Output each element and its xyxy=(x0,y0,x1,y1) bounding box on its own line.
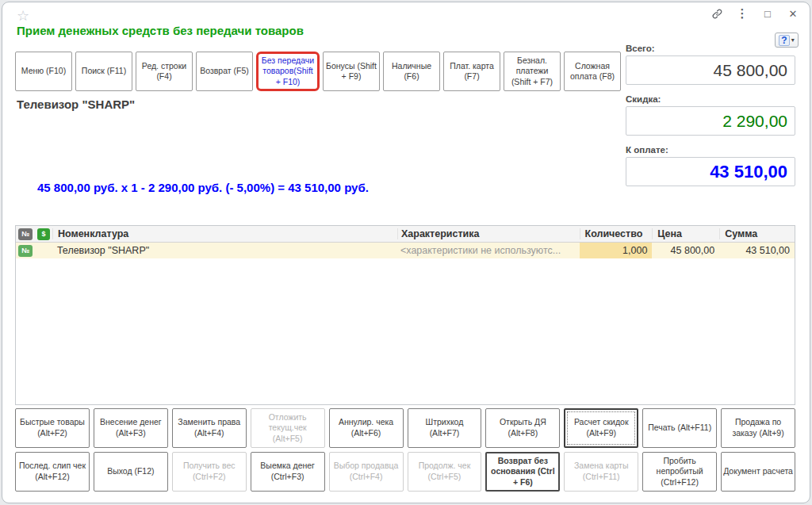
more-menu-icon[interactable]: ⋮ xyxy=(735,6,749,21)
settlement-document-button[interactable]: Документ расчета xyxy=(721,452,795,492)
exit-button[interactable]: Выход (F12) xyxy=(94,452,168,492)
cashless-payments-button[interactable]: Безнал. платежи (Shift + F7) xyxy=(504,52,561,91)
cell-nomenclature: Телевизор "SHARP" xyxy=(52,245,397,256)
col-characteristic: Характеристика xyxy=(397,228,580,239)
cash-button[interactable]: Наличные (F6) xyxy=(383,52,440,91)
continue-receipt-button: Продолж. чек (Ctrl+F5) xyxy=(408,452,482,492)
last-slip-receipt-button[interactable]: Послед. слип чек (Alt+F12) xyxy=(15,452,90,492)
menu-button[interactable]: Меню (F10) xyxy=(15,52,72,91)
search-button[interactable]: Поиск (F11) xyxy=(75,52,132,91)
return-without-basis-button[interactable]: Возврат без основания (Ctrl + F6) xyxy=(485,452,560,492)
row-number-icon: № xyxy=(18,245,33,257)
postpone-receipt-button: Отложить текущ.чек (Alt+F5) xyxy=(251,408,325,448)
calculate-discounts-button[interactable]: Расчет скидок (Alt+F9) xyxy=(564,408,638,448)
change-rights-button[interactable]: Заменить права (Alt+F4) xyxy=(172,408,247,448)
col-quantity: Количество xyxy=(580,228,653,239)
barcode-button[interactable]: Штрихкод (Alt+F7) xyxy=(408,408,482,448)
app-window: ☆ ⋮ □ ✕ ? ▾ Прием денежных средств без п… xyxy=(2,2,810,503)
cell-sum: 43 510,00 xyxy=(719,245,795,256)
page-title: Прием денежных средств без передачи това… xyxy=(17,24,304,37)
cell-quantity: 1,000 xyxy=(580,243,653,258)
col-sum: Сумма xyxy=(719,228,795,239)
money-header-icon: $ xyxy=(37,228,50,240)
replace-card-button: Замена карты (Ctrl+F11) xyxy=(564,452,638,492)
actions-row-2: Послед. слип чек (Alt+F12) Выход (F12) П… xyxy=(15,452,795,492)
current-item-name: Телевизор "SHARP" xyxy=(17,98,135,111)
open-cash-drawer-button[interactable]: Открыть ДЯ (Alt+F8) xyxy=(485,408,560,448)
col-nomenclature: Номенклатура xyxy=(52,228,397,239)
select-seller-button: Выбор продавца (Ctrl+F4) xyxy=(329,452,404,492)
due-label: К оплате: xyxy=(626,145,795,155)
withdraw-money-button[interactable]: Выемка денег (Ctrl+F3) xyxy=(251,452,325,492)
discount-value: 2 290,00 xyxy=(626,106,795,136)
discount-label: Скидка: xyxy=(626,94,795,104)
edit-row-button[interactable]: Ред. строки (F4) xyxy=(136,52,193,91)
favorite-star-icon[interactable]: ☆ xyxy=(17,7,29,25)
sale-by-order-button[interactable]: Продажа по заказу (Alt+9) xyxy=(721,408,795,448)
maximize-icon[interactable]: □ xyxy=(760,6,775,21)
copy-link-icon[interactable] xyxy=(710,6,724,21)
return-button[interactable]: Возврат (F5) xyxy=(196,52,253,91)
items-table[interactable]: № $ Номенклатура Характеристика Количест… xyxy=(15,225,795,405)
due-value: 43 510,00 xyxy=(626,157,795,186)
get-weight-button: Получить вес (Ctrl+F2) xyxy=(172,452,247,492)
col-price: Цена xyxy=(652,228,719,239)
title-bar: ☆ ⋮ □ ✕ xyxy=(2,2,810,26)
totals-panel: Всего: 45 800,00 Скидка: 2 290,00 К опла… xyxy=(626,40,795,186)
bonuses-button[interactable]: Бонусы (Shift + F9) xyxy=(323,52,380,91)
cell-price: 45 800,00 xyxy=(652,245,719,256)
quick-goods-button[interactable]: Быстрые товары (Alt+F2) xyxy=(15,408,90,448)
payment-card-button[interactable]: Плат. карта (F7) xyxy=(443,52,500,91)
cell-characteristic: <характеристики не используютс... xyxy=(397,245,580,256)
print-button[interactable]: Печать (Alt+F11) xyxy=(642,408,717,448)
punch-unpunched-button[interactable]: Пробить непробитый (Ctrl+F12) xyxy=(642,452,717,492)
discount-formula: 45 800,00 руб. x 1 - 2 290,00 руб. (- 5,… xyxy=(37,181,369,194)
table-header: № $ Номенклатура Характеристика Количест… xyxy=(16,226,795,243)
actions-row-1: Быстрые товары (Alt+F2) Внесение денег (… xyxy=(15,408,795,448)
row-number-header-icon: № xyxy=(18,228,33,240)
table-row[interactable]: № Телевизор "SHARP" <характеристики не и… xyxy=(16,243,795,258)
cancel-receipt-button[interactable]: Аннулир. чека (Alt+F6) xyxy=(329,408,404,448)
top-toolbar: Меню (F10) Поиск (F11) Ред. строки (F4) … xyxy=(15,52,621,91)
total-label: Всего: xyxy=(626,44,795,53)
close-icon[interactable]: ✕ xyxy=(786,6,800,21)
deposit-money-button[interactable]: Внесение денег (Alt+F3) xyxy=(94,408,168,448)
total-value: 45 800,00 xyxy=(626,55,795,85)
without-goods-transfer-button[interactable]: Без передачи товаров(Shift + F10) xyxy=(256,52,320,91)
complex-payment-button[interactable]: Сложная оплата (F8) xyxy=(564,52,621,91)
